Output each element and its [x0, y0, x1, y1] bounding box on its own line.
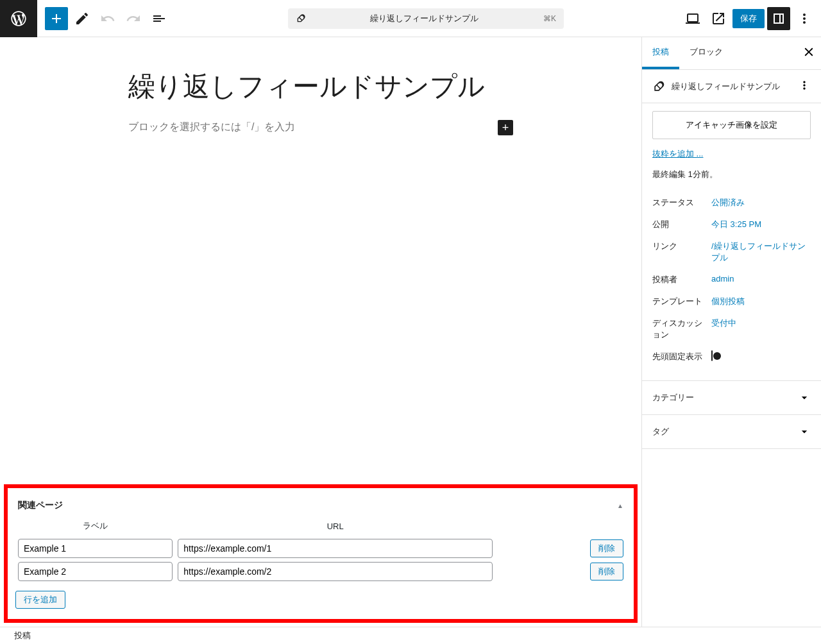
metabox-header[interactable]: 関連ページ ▲ [15, 493, 626, 520]
tab-block[interactable]: ブロック [679, 37, 733, 69]
wordpress-icon [10, 10, 28, 28]
col-header-label: ラベル [15, 520, 175, 537]
undo-icon [100, 11, 115, 26]
default-block-appender[interactable]: ブロックを選択するには「/」を入力 + [128, 120, 513, 135]
metabox-highlight: 関連ページ ▲ ラベル URL [4, 484, 638, 623]
url-input[interactable] [178, 539, 493, 558]
document-title-text: 繰り返しフィールドサンプル [312, 13, 537, 24]
label-input[interactable] [18, 562, 173, 581]
title-area: 繰り返しフィールドサンプル ⌘K [173, 8, 679, 29]
preview-device-button[interactable] [681, 7, 704, 30]
sidebar-doc-title: 繰り返しフィールドサンプル [672, 81, 791, 92]
status-value[interactable]: 公開済み [711, 197, 811, 208]
collapse-toggle-icon[interactable]: ▲ [617, 502, 623, 509]
view-post-button[interactable] [707, 7, 730, 30]
url-input[interactable] [178, 562, 493, 581]
add-block-inline-button[interactable]: + [498, 120, 513, 135]
redo-button[interactable] [122, 7, 145, 30]
editor-canvas: 繰り返しフィールドサンプル ブロックを選択するには「/」を入力 + 関連ページ … [0, 37, 641, 627]
breadcrumb-bar: 投稿 [0, 627, 821, 644]
row-author: 投稿者 admin [652, 269, 811, 291]
template-value[interactable]: 個別投稿 [711, 296, 811, 307]
wp-logo[interactable] [0, 0, 37, 37]
sidebar-tabs: 投稿 ブロック [642, 37, 821, 70]
save-button[interactable]: 保存 [732, 9, 765, 28]
doc-more-button[interactable] [798, 79, 811, 94]
row-status: ステータス 公開済み [652, 192, 811, 214]
settings-sidebar: 投稿 ブロック 繰り返しフィールドサンプル アイキャッチ画像を設定 抜粋を追加 … [641, 37, 821, 627]
plus-icon [49, 11, 64, 26]
last-edited-text: 最終編集 1分前。 [652, 169, 811, 180]
discussion-value[interactable]: 受付中 [711, 318, 811, 341]
delete-row-button[interactable]: 削除 [590, 539, 623, 557]
external-icon [711, 11, 726, 26]
set-featured-image-button[interactable]: アイキャッチ画像を設定 [652, 111, 811, 139]
row-link: リンク /繰り返しフィールドサンプル [652, 235, 811, 269]
close-sidebar-button[interactable] [799, 42, 818, 64]
ellipsis-vertical-icon [798, 79, 811, 92]
redo-icon [126, 11, 141, 26]
pencil-icon [74, 11, 90, 26]
sticky-toggle[interactable] [711, 350, 713, 361]
command-shortcut: ⌘K [543, 14, 556, 23]
add-block-button[interactable] [45, 7, 68, 30]
row-discussion: ディスカッション 受付中 [652, 312, 811, 346]
row-sticky: 先頭固定表示 [652, 346, 811, 368]
tools-button[interactable] [71, 7, 94, 30]
sidebar-doc-title-row: 繰り返しフィールドサンプル [642, 70, 821, 103]
label-input[interactable] [18, 539, 173, 558]
breadcrumb-item[interactable]: 投稿 [14, 631, 31, 640]
topbar-right: 保存 [681, 7, 816, 30]
repeater-table: ラベル URL 削除 [15, 520, 626, 583]
document-title-box[interactable]: 繰り返しフィールドサンプル ⌘K [288, 8, 564, 29]
add-excerpt-link[interactable]: 抜粋を追加 ... [652, 149, 703, 158]
feather-icon [652, 80, 665, 93]
delete-row-button[interactable]: 削除 [590, 563, 623, 580]
link-value[interactable]: /繰り返しフィールドサンプル [711, 241, 811, 264]
add-row-button[interactable]: 行を追加 [15, 591, 65, 609]
author-value[interactable]: admin [711, 274, 811, 285]
row-template: テンプレート 個別投稿 [652, 291, 811, 312]
close-icon [802, 45, 816, 59]
panel-tag[interactable]: タグ [642, 415, 821, 449]
publish-value[interactable]: 今日 3:25 PM [711, 219, 811, 230]
laptop-icon [685, 11, 700, 26]
chevron-down-icon [798, 391, 811, 404]
block-prompt-text: ブロックを選択するには「/」を入力 [128, 121, 295, 134]
col-header-url: URL [175, 520, 495, 537]
undo-button[interactable] [96, 7, 119, 30]
metabox-title: 関連ページ [18, 500, 63, 511]
settings-panel-toggle[interactable] [767, 7, 790, 30]
post-title[interactable]: 繰り返しフィールドサンプル [128, 69, 513, 105]
table-row: 削除 [15, 537, 626, 560]
tab-post[interactable]: 投稿 [642, 37, 679, 69]
feather-icon [296, 13, 306, 24]
document-overview-button[interactable] [148, 7, 171, 30]
sidebar-icon [771, 11, 786, 26]
list-view-icon [151, 11, 167, 26]
more-options-button[interactable] [793, 7, 816, 30]
topbar: 繰り返しフィールドサンプル ⌘K 保存 [0, 0, 821, 37]
ellipsis-vertical-icon [797, 11, 812, 26]
table-row: 削除 [15, 560, 626, 583]
chevron-down-icon [798, 425, 811, 438]
panel-category[interactable]: カテゴリー [642, 381, 821, 415]
row-publish: 公開 今日 3:25 PM [652, 214, 811, 235]
